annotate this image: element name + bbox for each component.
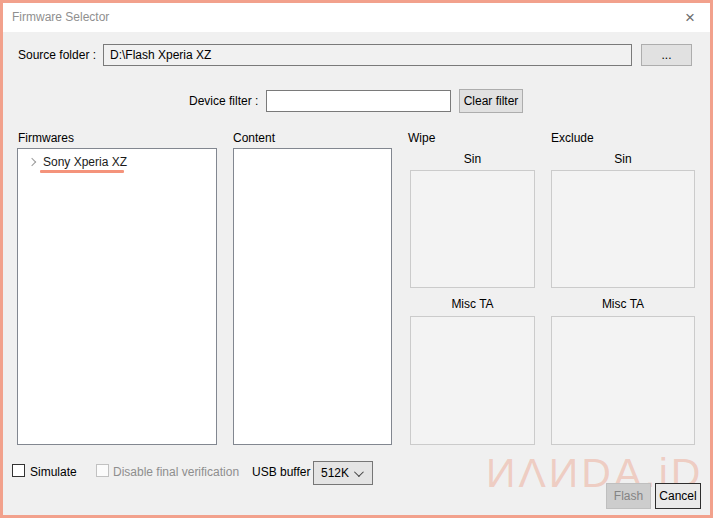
wipe-sin-list[interactable] bbox=[410, 170, 535, 288]
chevron-down-icon bbox=[354, 467, 364, 477]
clear-filter-button[interactable]: Clear filter bbox=[459, 89, 523, 113]
simulate-label: Simulate bbox=[30, 465, 77, 479]
usb-buffer-select[interactable]: 512K bbox=[313, 461, 373, 485]
usb-buffer-value: 512K bbox=[314, 466, 354, 480]
title-bar: Firmware Selector × bbox=[3, 3, 710, 32]
exclude-label: Exclude bbox=[551, 131, 594, 145]
wipe-misc-ta-list[interactable] bbox=[410, 316, 535, 445]
device-filter-label: Device filter : bbox=[189, 94, 258, 108]
browse-button[interactable]: ... bbox=[641, 44, 692, 66]
device-filter-input[interactable] bbox=[266, 90, 451, 112]
tree-item-label: Sony Xperia XZ bbox=[43, 155, 127, 169]
firmware-selector-dialog: Firmware Selector × Source folder : ... … bbox=[0, 0, 713, 518]
exclude-misc-ta-list[interactable] bbox=[551, 316, 695, 445]
wipe-label: Wipe bbox=[408, 131, 435, 145]
wipe-sin-label: Sin bbox=[410, 152, 535, 166]
source-folder-input[interactable] bbox=[103, 44, 632, 66]
exclude-sin-label: Sin bbox=[551, 152, 695, 166]
content-list[interactable] bbox=[233, 148, 392, 445]
source-folder-label: Source folder : bbox=[18, 48, 96, 62]
content-label: Content bbox=[233, 131, 275, 145]
usb-buffer-label: USB buffer bbox=[252, 465, 310, 479]
close-icon[interactable]: × bbox=[673, 3, 707, 32]
window-title: Firmware Selector bbox=[12, 10, 109, 24]
exclude-sin-list[interactable] bbox=[551, 170, 695, 288]
exclude-misc-ta-label: Misc TA bbox=[551, 297, 695, 311]
flash-button: Flash bbox=[606, 483, 651, 509]
simulate-checkbox[interactable] bbox=[12, 464, 25, 477]
wipe-misc-ta-label: Misc TA bbox=[410, 297, 535, 311]
disable-final-verification-checkbox bbox=[96, 464, 109, 477]
cancel-button[interactable]: Cancel bbox=[655, 483, 701, 509]
chevron-right-icon[interactable] bbox=[28, 157, 36, 165]
tree-item-accent-underline bbox=[40, 170, 124, 173]
firmwares-label: Firmwares bbox=[18, 131, 74, 145]
tree-item-sony-xperia-xz[interactable]: Sony Xperia XZ bbox=[18, 152, 216, 171]
disable-final-verification-label: Disable final verification bbox=[113, 465, 239, 479]
firmwares-tree[interactable]: Sony Xperia XZ bbox=[17, 148, 217, 445]
